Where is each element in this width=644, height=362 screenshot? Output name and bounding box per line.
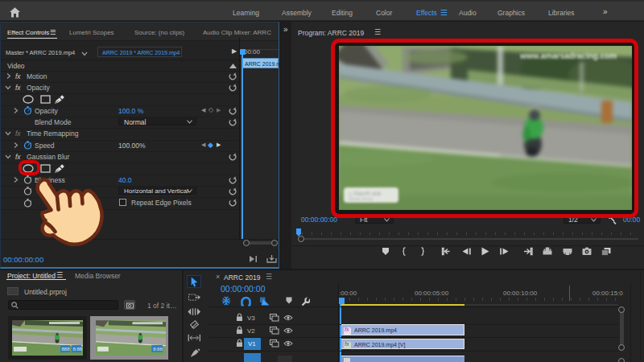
svg-text:wwww racing: wwww racing bbox=[349, 196, 373, 201]
svg-text:www.amarsadracing.com: www.amarsadracing.com bbox=[519, 51, 617, 60]
svg-text:888: 888 bbox=[62, 347, 71, 352]
svg-text:△️ RaceR club: △️ RaceR club bbox=[349, 191, 382, 196]
svg-text:8:88: 8:88 bbox=[73, 347, 83, 352]
svg-text:8:88: 8:88 bbox=[153, 347, 163, 352]
